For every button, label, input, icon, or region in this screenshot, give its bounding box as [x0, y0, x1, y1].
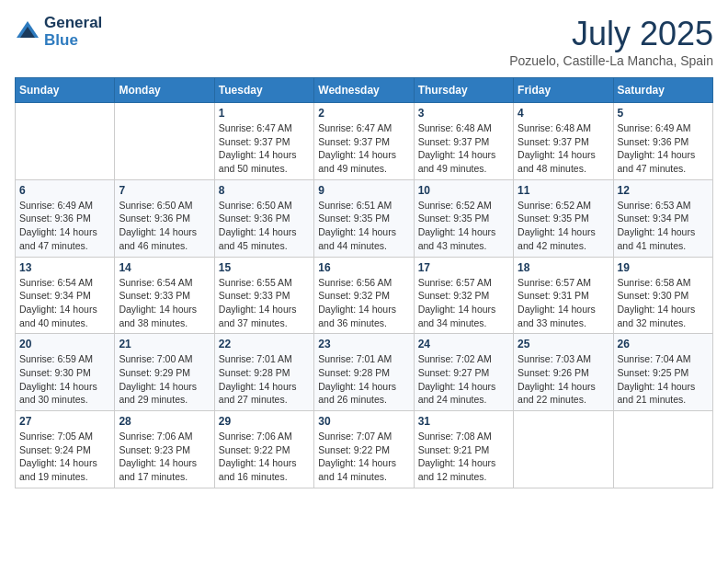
- calendar-cell: 20Sunrise: 6:59 AM Sunset: 9:30 PM Dayli…: [16, 334, 115, 411]
- day-number: 10: [418, 184, 509, 197]
- day-number: 18: [518, 261, 609, 274]
- weekday-header: Tuesday: [214, 78, 313, 103]
- calendar-cell: 7Sunrise: 6:50 AM Sunset: 9:36 PM Daylig…: [115, 179, 214, 257]
- calendar-cell: 23Sunrise: 7:01 AM Sunset: 9:28 PM Dayli…: [314, 334, 414, 411]
- day-detail: Sunrise: 6:49 AM Sunset: 9:36 PM Dayligh…: [618, 121, 709, 176]
- calendar-week: 27Sunrise: 7:05 AM Sunset: 9:24 PM Dayli…: [16, 411, 713, 488]
- day-number: 16: [318, 261, 409, 274]
- calendar-cell: 5Sunrise: 6:49 AM Sunset: 9:36 PM Daylig…: [613, 103, 712, 180]
- day-number: 21: [119, 338, 210, 350]
- calendar-cell: 1Sunrise: 6:47 AM Sunset: 9:37 PM Daylig…: [214, 103, 313, 180]
- calendar-cell: 28Sunrise: 7:06 AM Sunset: 9:23 PM Dayli…: [115, 411, 214, 488]
- day-number: 19: [618, 261, 709, 274]
- day-detail: Sunrise: 7:06 AM Sunset: 9:22 PM Dayligh…: [219, 430, 310, 484]
- calendar-body: 1Sunrise: 6:47 AM Sunset: 9:37 PM Daylig…: [16, 103, 713, 488]
- day-number: 12: [618, 184, 709, 197]
- day-number: 6: [19, 184, 110, 197]
- day-detail: Sunrise: 7:00 AM Sunset: 9:29 PM Dayligh…: [119, 352, 210, 407]
- calendar-cell: 13Sunrise: 6:54 AM Sunset: 9:34 PM Dayli…: [16, 257, 115, 334]
- calendar-cell: 25Sunrise: 7:03 AM Sunset: 9:26 PM Dayli…: [514, 334, 613, 411]
- calendar-cell: 17Sunrise: 6:57 AM Sunset: 9:32 PM Dayli…: [414, 257, 513, 334]
- weekday-header: Thursday: [414, 78, 513, 103]
- day-detail: Sunrise: 6:55 AM Sunset: 9:33 PM Dayligh…: [219, 276, 310, 330]
- day-number: 11: [518, 184, 609, 197]
- day-number: 31: [418, 415, 509, 428]
- calendar-cell: [16, 103, 115, 180]
- day-number: 3: [418, 107, 509, 120]
- calendar-cell: [115, 103, 214, 180]
- calendar-cell: 22Sunrise: 7:01 AM Sunset: 9:28 PM Dayli…: [214, 334, 313, 411]
- day-detail: Sunrise: 6:50 AM Sunset: 9:36 PM Dayligh…: [119, 199, 210, 253]
- day-number: 4: [518, 107, 609, 120]
- day-number: 8: [219, 184, 310, 197]
- calendar-cell: [613, 411, 712, 488]
- calendar-cell: 21Sunrise: 7:00 AM Sunset: 9:29 PM Dayli…: [115, 334, 214, 411]
- calendar-cell: 27Sunrise: 7:05 AM Sunset: 9:24 PM Dayli…: [16, 411, 115, 488]
- calendar-cell: 31Sunrise: 7:08 AM Sunset: 9:21 PM Dayli…: [414, 411, 513, 488]
- weekday-header: Wednesday: [314, 78, 414, 103]
- calendar-header: SundayMondayTuesdayWednesdayThursdayFrid…: [16, 78, 713, 103]
- day-detail: Sunrise: 6:49 AM Sunset: 9:36 PM Dayligh…: [19, 199, 110, 253]
- day-detail: Sunrise: 6:50 AM Sunset: 9:36 PM Dayligh…: [219, 199, 310, 253]
- day-number: 20: [19, 338, 110, 350]
- calendar-cell: 19Sunrise: 6:58 AM Sunset: 9:30 PM Dayli…: [613, 257, 712, 334]
- day-detail: Sunrise: 7:06 AM Sunset: 9:23 PM Dayligh…: [119, 430, 210, 484]
- calendar-cell: 18Sunrise: 6:57 AM Sunset: 9:31 PM Dayli…: [514, 257, 613, 334]
- day-number: 15: [219, 261, 310, 274]
- day-detail: Sunrise: 6:47 AM Sunset: 9:37 PM Dayligh…: [219, 121, 310, 176]
- weekday-row: SundayMondayTuesdayWednesdayThursdayFrid…: [16, 78, 713, 103]
- day-detail: Sunrise: 7:01 AM Sunset: 9:28 PM Dayligh…: [318, 352, 409, 407]
- day-number: 26: [618, 338, 709, 350]
- calendar-week: 20Sunrise: 6:59 AM Sunset: 9:30 PM Dayli…: [16, 334, 713, 411]
- weekday-header: Monday: [115, 78, 214, 103]
- day-detail: Sunrise: 7:01 AM Sunset: 9:28 PM Dayligh…: [219, 352, 310, 407]
- day-detail: Sunrise: 6:59 AM Sunset: 9:30 PM Dayligh…: [19, 352, 110, 407]
- day-detail: Sunrise: 6:51 AM Sunset: 9:35 PM Dayligh…: [318, 199, 409, 253]
- page-header: General Blue July 2025 Pozuelo, Castille…: [15, 15, 713, 68]
- calendar-cell: 26Sunrise: 7:04 AM Sunset: 9:25 PM Dayli…: [613, 334, 712, 411]
- day-number: 7: [119, 184, 210, 197]
- day-number: 17: [418, 261, 509, 274]
- day-detail: Sunrise: 6:56 AM Sunset: 9:32 PM Dayligh…: [318, 276, 409, 330]
- calendar-cell: 4Sunrise: 6:48 AM Sunset: 9:37 PM Daylig…: [514, 103, 613, 180]
- day-number: 29: [219, 415, 310, 428]
- calendar-cell: 2Sunrise: 6:47 AM Sunset: 9:37 PM Daylig…: [314, 103, 414, 180]
- calendar-cell: 29Sunrise: 7:06 AM Sunset: 9:22 PM Dayli…: [214, 411, 313, 488]
- day-detail: Sunrise: 6:57 AM Sunset: 9:31 PM Dayligh…: [518, 276, 609, 330]
- logo-icon: [15, 19, 40, 45]
- calendar-cell: 11Sunrise: 6:52 AM Sunset: 9:35 PM Dayli…: [514, 179, 613, 257]
- logo-text: General Blue: [44, 15, 102, 49]
- calendar-cell: 10Sunrise: 6:52 AM Sunset: 9:35 PM Dayli…: [414, 179, 513, 257]
- day-number: 23: [318, 338, 409, 350]
- logo: General Blue: [15, 15, 102, 49]
- location: Pozuelo, Castille-La Mancha, Spain: [509, 53, 713, 68]
- day-detail: Sunrise: 6:54 AM Sunset: 9:33 PM Dayligh…: [119, 276, 210, 330]
- day-detail: Sunrise: 7:03 AM Sunset: 9:26 PM Dayligh…: [518, 352, 609, 407]
- day-detail: Sunrise: 6:52 AM Sunset: 9:35 PM Dayligh…: [418, 199, 509, 253]
- calendar-cell: [514, 411, 613, 488]
- calendar-week: 1Sunrise: 6:47 AM Sunset: 9:37 PM Daylig…: [16, 103, 713, 180]
- day-number: 22: [219, 338, 310, 350]
- calendar-cell: 24Sunrise: 7:02 AM Sunset: 9:27 PM Dayli…: [414, 334, 513, 411]
- day-number: 14: [119, 261, 210, 274]
- day-number: 27: [19, 415, 110, 428]
- day-detail: Sunrise: 7:08 AM Sunset: 9:21 PM Dayligh…: [418, 430, 509, 484]
- calendar-week: 6Sunrise: 6:49 AM Sunset: 9:36 PM Daylig…: [16, 179, 713, 257]
- calendar-cell: 8Sunrise: 6:50 AM Sunset: 9:36 PM Daylig…: [214, 179, 313, 257]
- calendar-cell: 30Sunrise: 7:07 AM Sunset: 9:22 PM Dayli…: [314, 411, 414, 488]
- weekday-header: Friday: [514, 78, 613, 103]
- day-detail: Sunrise: 6:58 AM Sunset: 9:30 PM Dayligh…: [618, 276, 709, 330]
- calendar-cell: 14Sunrise: 6:54 AM Sunset: 9:33 PM Dayli…: [115, 257, 214, 334]
- day-detail: Sunrise: 6:48 AM Sunset: 9:37 PM Dayligh…: [418, 121, 509, 176]
- day-detail: Sunrise: 7:05 AM Sunset: 9:24 PM Dayligh…: [19, 430, 110, 484]
- day-number: 30: [318, 415, 409, 428]
- month-title: July 2025: [509, 15, 713, 53]
- day-detail: Sunrise: 7:04 AM Sunset: 9:25 PM Dayligh…: [618, 352, 709, 407]
- calendar-cell: 9Sunrise: 6:51 AM Sunset: 9:35 PM Daylig…: [314, 179, 414, 257]
- calendar-cell: 3Sunrise: 6:48 AM Sunset: 9:37 PM Daylig…: [414, 103, 513, 180]
- day-number: 5: [618, 107, 709, 120]
- calendar-week: 13Sunrise: 6:54 AM Sunset: 9:34 PM Dayli…: [16, 257, 713, 334]
- weekday-header: Sunday: [16, 78, 115, 103]
- day-detail: Sunrise: 7:07 AM Sunset: 9:22 PM Dayligh…: [318, 430, 409, 484]
- day-number: 24: [418, 338, 509, 350]
